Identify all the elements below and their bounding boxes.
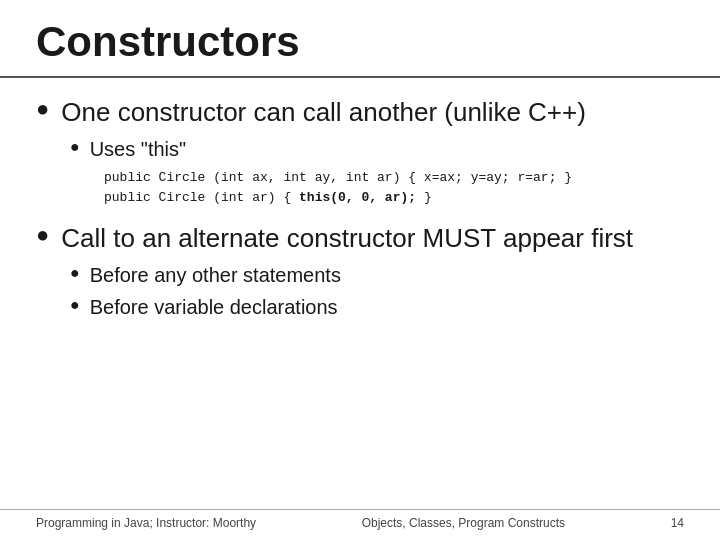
bullet-1-dot: ●: [36, 98, 49, 120]
slide-footer: Programming in Java; Instructor: Moorthy…: [0, 509, 720, 530]
bullet-1-sub: ● Uses "this" public Circle (int ax, int…: [70, 136, 684, 208]
bullet-1-sub-label: ● Uses "this": [70, 136, 684, 162]
slide-title: Constructors: [36, 18, 300, 65]
bullet-2-sub-1: ● Before any other statements: [70, 262, 684, 288]
bullet-1-sub-text: Uses "this": [90, 136, 186, 162]
footer-left: Programming in Java; Instructor: Moorthy: [36, 516, 256, 530]
bullet-2: ● Call to an alternate constructor MUST …: [36, 222, 684, 256]
bullet-2-sub-2-dot: ●: [70, 297, 80, 313]
bullet-2-sub-1-dot: ●: [70, 265, 80, 281]
bullet-2-sub-2: ● Before variable declarations: [70, 294, 684, 320]
footer-right: 14: [671, 516, 684, 530]
slide-header: Constructors: [0, 0, 720, 78]
bullet-2-text: Call to an alternate constructor MUST ap…: [61, 222, 633, 256]
bullet-1-text: One constructor can call another (unlike…: [61, 96, 586, 130]
code-line-1: public Circle (int ax, int ay, int ar) {…: [104, 168, 684, 188]
bullet-1-sub-dot: ●: [70, 139, 80, 155]
code-line-2: public Circle (int ar) { this(0, 0, ar);…: [104, 188, 684, 208]
bullet-2-sub: ● Before any other statements ● Before v…: [70, 262, 684, 320]
code-bold: this(0, 0, ar);: [299, 190, 416, 205]
bullet-1: ● One constructor can call another (unli…: [36, 96, 684, 130]
bullet-2-sub-1-text: Before any other statements: [90, 262, 341, 288]
slide-content: ● One constructor can call another (unli…: [0, 96, 720, 320]
code-block-1: public Circle (int ax, int ay, int ar) {…: [104, 168, 684, 208]
bullet-2-sub-2-text: Before variable declarations: [90, 294, 338, 320]
slide: Constructors ● One constructor can call …: [0, 0, 720, 540]
bullet-2-dot: ●: [36, 224, 49, 246]
footer-center: Objects, Classes, Program Constructs: [362, 516, 565, 530]
